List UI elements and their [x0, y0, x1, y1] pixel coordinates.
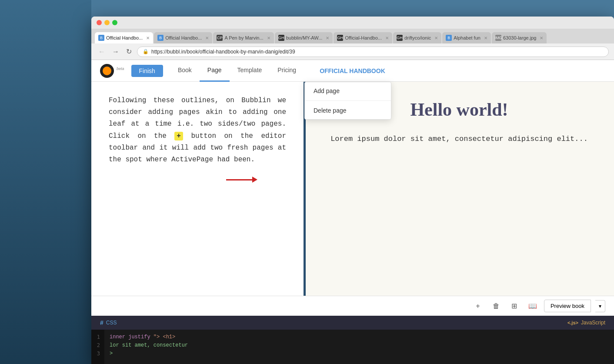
browser-tab-6[interactable]: GH driftyco/ionic ✕: [393, 32, 441, 43]
beta-badge: beta: [117, 67, 124, 71]
css-icon: #: [100, 319, 103, 326]
tab-label-2: Official Handbo...: [165, 35, 202, 40]
page-lorem-text: Lorem ipsum dolor sit amet, consectetur …: [330, 133, 588, 145]
tab-close-5[interactable]: ✕: [385, 36, 389, 40]
js-icon: <.js>: [567, 320, 578, 325]
line-num-1: 1: [96, 333, 100, 341]
browser-tab-3[interactable]: CP A Pen by Marvin... ✕: [213, 32, 274, 43]
refresh-button[interactable]: ↻: [124, 47, 133, 57]
preview-book-button[interactable]: Preview book: [544, 300, 591, 312]
app-toolbar: beta Finish Book Page Template Pricing O…: [91, 60, 614, 82]
traffic-lights: [97, 20, 117, 25]
chevron-down-icon: ▾: [599, 303, 601, 309]
tab-close-2[interactable]: ✕: [205, 36, 209, 40]
tab-close-8[interactable]: ✕: [540, 36, 543, 40]
browser-tab-7[interactable]: B Alphabet fun ✕: [442, 32, 491, 43]
js-tab-label: JavaScript: [581, 320, 605, 326]
tab-close-7[interactable]: ✕: [484, 36, 487, 40]
maximize-window-btn[interactable]: [112, 20, 117, 25]
back-button[interactable]: ←: [97, 47, 107, 57]
tab-favicon-8: IMG: [495, 35, 501, 41]
grid-icon: ⊞: [511, 302, 517, 310]
tab-bar: B Official Handbo... ✕ B Official Handbo…: [91, 29, 614, 43]
tab-label-6: driftyco/ionic: [404, 35, 431, 40]
minimize-window-btn[interactable]: [104, 20, 110, 25]
tab-close-1[interactable]: ✕: [146, 36, 150, 40]
browser-tab-8[interactable]: IMG 63030-large.jpg ✕: [492, 32, 547, 43]
browser-tab[interactable]: B Official Handbo... ✕: [95, 32, 153, 43]
tab-label-3: A Pen by Marvin...: [224, 35, 263, 40]
tab-close-4[interactable]: ✕: [326, 36, 329, 40]
arrow-head: [252, 177, 257, 183]
code-line-2: lor sit amet, consectetur: [110, 341, 609, 350]
toolbar-nav: Book Page Template Pricing: [170, 60, 304, 82]
page-area-left: Following these outlines, on Bubblin we …: [91, 82, 304, 296]
address-bar: ← → ↻ 🔒 https://bubbl.in/book/official-h…: [91, 43, 614, 60]
close-window-btn[interactable]: [97, 20, 102, 25]
tab-label-1: Official Handbo...: [106, 35, 143, 40]
tab-favicon-6: GH: [397, 35, 403, 41]
add-page-icon-btn[interactable]: +: [471, 299, 485, 313]
code-area: 1 2 3 inner justify "> <h1> lor sit amet…: [91, 330, 614, 364]
js-tab[interactable]: <.js> JavaScript: [559, 316, 614, 330]
browser-tab-4[interactable]: GH bubblin/MY-AW... ✕: [275, 32, 333, 43]
trash-icon: 🗑: [493, 302, 500, 310]
page-dropdown-menu: Add page Delete page: [304, 82, 391, 120]
address-input-field[interactable]: 🔒 https://bubbl.in/book/official-handboo…: [137, 47, 609, 57]
bottom-toolbar: + 🗑 ⊞ 📖 Preview book ▾: [91, 296, 614, 316]
browser-tab-5[interactable]: GH Official-Handbo... ✕: [334, 32, 392, 43]
nav-template[interactable]: Template: [230, 60, 270, 82]
tab-favicon-7: B: [446, 35, 452, 41]
add-page-item[interactable]: Add page: [305, 82, 391, 100]
book-icon-btn[interactable]: 📖: [526, 299, 540, 313]
tab-close-3[interactable]: ✕: [267, 36, 270, 40]
delete-page-item[interactable]: Delete page: [305, 102, 391, 119]
tab-label-8: 63030-large.jpg: [503, 35, 536, 40]
page-body-text: Following these outlines, on Bubblin we …: [109, 95, 286, 166]
left-sidebar-mountain: [0, 0, 91, 364]
official-handbook-link[interactable]: OFFICIAL HANDBOOK: [320, 67, 385, 74]
arrow-line: [226, 179, 252, 180]
preview-dropdown-button[interactable]: ▾: [595, 300, 605, 312]
finish-button[interactable]: Finish: [131, 65, 163, 77]
nav-book[interactable]: Book: [170, 60, 200, 82]
title-bar: [91, 17, 614, 29]
dropdown-divider: [305, 100, 391, 101]
logo-inner-circle: [103, 67, 111, 75]
tab-favicon-2: B: [157, 35, 164, 41]
address-text: https://bubbl.in/book/official-handbook-…: [151, 49, 295, 55]
tab-favicon-5: GH: [337, 35, 343, 41]
highlight-plus: +: [174, 132, 183, 140]
tab-label-5: Official-Handbo...: [345, 35, 382, 40]
add-icon: +: [476, 302, 480, 310]
code-line-3: >: [110, 350, 609, 358]
tab-label-7: Alphabet fun: [454, 35, 481, 40]
css-tab[interactable]: # CSS: [91, 316, 125, 330]
css-tab-label: CSS: [106, 320, 117, 326]
grid-icon-btn[interactable]: ⊞: [507, 299, 521, 313]
line-num-2: 2: [96, 341, 100, 350]
annotation-arrow-right: [226, 177, 257, 183]
bubblin-logo: [100, 64, 114, 78]
line-numbers: 1 2 3: [91, 330, 104, 364]
tab-label-4: bubblin/MY-AW...: [286, 35, 323, 40]
delete-page-icon-btn[interactable]: 🗑: [489, 299, 503, 313]
nav-pricing[interactable]: Pricing: [270, 60, 304, 82]
lock-icon: 🔒: [143, 49, 149, 54]
browser-tab-2[interactable]: B Official Handbo... ✕: [154, 32, 212, 43]
forward-button[interactable]: →: [110, 47, 121, 57]
line-num-3: 3: [96, 350, 100, 358]
browser-window: B Official Handbo... ✕ B Official Handbo…: [91, 17, 614, 364]
tab-favicon-3: CP: [217, 35, 223, 41]
tab-close-6[interactable]: ✕: [434, 36, 438, 40]
page-heading: Hello world!: [410, 99, 508, 120]
tab-favicon-4: GH: [278, 35, 284, 41]
tab-favicon-1: B: [98, 35, 104, 41]
nav-page[interactable]: Page: [200, 60, 230, 82]
code-editor-panel: # CSS <.js> JavaScript 1 2 3 inner justi…: [91, 316, 614, 364]
css-code-content[interactable]: inner justify "> <h1> lor sit amet, cons…: [104, 330, 614, 364]
code-line-1: inner justify "> <h1>: [110, 333, 609, 341]
book-icon: 📖: [528, 302, 537, 310]
logo-area: beta: [100, 64, 124, 78]
code-panel-tabs: # CSS <.js> JavaScript: [91, 316, 614, 330]
